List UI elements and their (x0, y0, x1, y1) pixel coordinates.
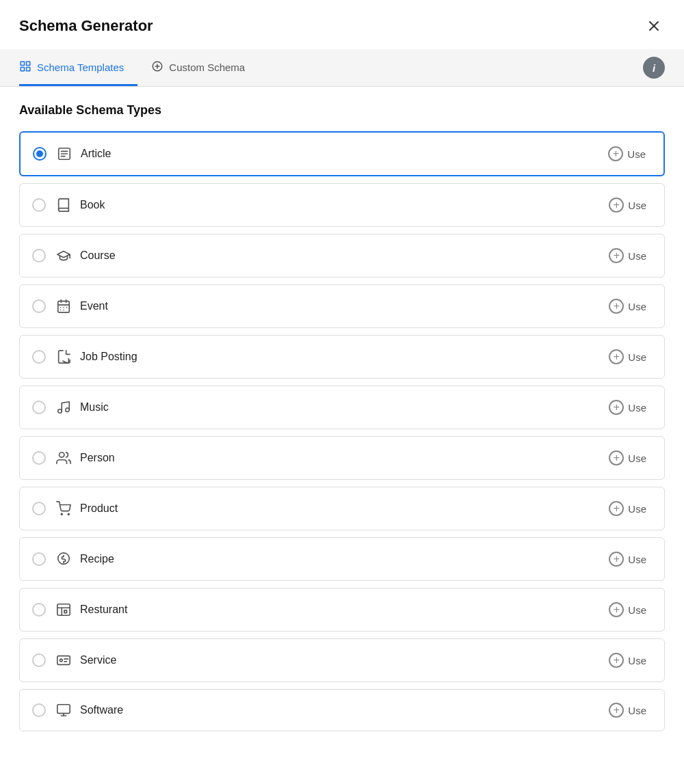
svg-rect-5 (27, 68, 30, 71)
use-label-article: Use (627, 148, 646, 160)
svg-point-26 (68, 513, 69, 515)
schema-label-person: Person (80, 452, 603, 464)
radio-service (32, 653, 46, 667)
svg-point-25 (61, 513, 62, 515)
tab-custom-schema[interactable]: Custom Schema (151, 49, 259, 86)
svg-rect-3 (27, 62, 30, 65)
plus-icon-event: + (609, 299, 624, 314)
use-button-event[interactable]: + Use (603, 296, 652, 316)
schema-item-service[interactable]: Service + Use (19, 638, 665, 682)
radio-software (32, 703, 46, 717)
add-circle-icon (151, 60, 163, 75)
schema-label-book: Book (80, 199, 603, 211)
use-label-software: Use (628, 705, 646, 716)
plus-icon-product: + (609, 501, 624, 516)
use-label-restaurant: Use (628, 604, 646, 616)
use-button-music[interactable]: + Use (603, 397, 652, 418)
radio-recipe (32, 552, 46, 566)
use-button-product[interactable]: + Use (603, 498, 652, 519)
use-button-article[interactable]: + Use (603, 144, 651, 164)
schema-list: Article + Use Book + Use (19, 131, 665, 731)
svg-rect-29 (57, 604, 70, 616)
plus-icon-music: + (609, 400, 624, 415)
book-icon (55, 197, 72, 213)
schema-item-article[interactable]: Article + Use (19, 131, 665, 176)
plus-icon-person: + (609, 450, 624, 465)
svg-point-23 (66, 408, 70, 412)
radio-person (32, 451, 46, 465)
use-label-music: Use (628, 402, 646, 414)
svg-rect-37 (57, 705, 70, 714)
schema-item-product[interactable]: Product + Use (19, 487, 665, 530)
schema-item-music[interactable]: Music + Use (19, 386, 665, 429)
close-button[interactable] (643, 15, 665, 37)
radio-restaurant (32, 603, 46, 617)
radio-event (32, 299, 46, 313)
plus-icon-restaurant: + (609, 602, 624, 617)
use-button-course[interactable]: + Use (603, 245, 652, 266)
use-label-person: Use (628, 452, 646, 464)
schema-item-course[interactable]: Course + Use (19, 234, 665, 278)
radio-article (33, 147, 47, 161)
template-icon (19, 60, 31, 75)
product-icon (55, 500, 72, 517)
tab-schema-templates[interactable]: Schema Templates (19, 49, 137, 86)
schema-label-recipe: Recipe (80, 553, 603, 565)
use-button-book[interactable]: + Use (603, 195, 652, 215)
section-title: Available Schema Types (19, 103, 665, 118)
radio-product (32, 502, 46, 515)
svg-rect-4 (21, 68, 24, 71)
main-content: Available Schema Types Article (0, 87, 684, 784)
schema-item-job-posting[interactable]: Job Posting + Use (19, 335, 665, 379)
recipe-icon (55, 551, 72, 567)
schema-item-restaurant[interactable]: Resturant + Use (19, 588, 665, 632)
use-label-product: Use (628, 503, 646, 515)
schema-item-person[interactable]: Person + Use (19, 436, 665, 480)
radio-dot-article (36, 150, 43, 157)
plus-icon-course: + (609, 248, 624, 263)
plus-icon-job-posting: + (609, 349, 624, 364)
software-icon (55, 702, 72, 718)
schema-label-article: Article (81, 148, 603, 160)
plus-icon-service: + (609, 653, 624, 668)
schema-label-product: Product (80, 502, 603, 515)
schema-item-software[interactable]: Software + Use (19, 689, 665, 731)
use-button-job-posting[interactable]: + Use (603, 347, 652, 367)
radio-music (32, 401, 46, 414)
close-icon (646, 18, 662, 34)
modal-header: Schema Generator (0, 0, 684, 49)
radio-course (32, 249, 46, 262)
use-button-recipe[interactable]: + Use (603, 549, 652, 569)
restaurant-icon (55, 601, 72, 618)
job-posting-icon (55, 349, 72, 365)
music-icon (55, 399, 72, 416)
use-label-event: Use (628, 301, 646, 312)
svg-rect-32 (64, 610, 67, 613)
tabs-bar: Schema Templates Custom Schema i (0, 49, 684, 87)
svg-point-22 (58, 409, 62, 414)
course-icon (55, 247, 72, 264)
use-button-person[interactable]: + Use (603, 448, 652, 468)
use-label-job-posting: Use (628, 351, 646, 363)
schema-item-book[interactable]: Book + Use (19, 183, 665, 227)
schema-item-event[interactable]: Event + Use (19, 284, 665, 328)
use-button-software[interactable]: + Use (603, 700, 652, 720)
plus-icon-book: + (609, 198, 624, 213)
schema-item-recipe[interactable]: Recipe + Use (19, 537, 665, 581)
plus-icon-article: + (608, 146, 623, 161)
svg-point-34 (60, 659, 63, 662)
plus-icon-software: + (609, 703, 624, 718)
schema-label-event: Event (80, 300, 603, 312)
svg-rect-33 (57, 656, 70, 665)
schema-label-music: Music (80, 401, 603, 414)
schema-label-restaurant: Resturant (80, 604, 603, 616)
info-button[interactable]: i (643, 57, 665, 79)
schema-label-service: Service (80, 654, 603, 666)
use-button-service[interactable]: + Use (603, 650, 652, 671)
event-icon (55, 298, 72, 314)
use-button-restaurant[interactable]: + Use (603, 599, 652, 620)
svg-point-24 (60, 452, 64, 457)
use-label-course: Use (628, 250, 646, 262)
radio-job-posting (32, 350, 46, 364)
schema-label-software: Software (80, 704, 603, 716)
